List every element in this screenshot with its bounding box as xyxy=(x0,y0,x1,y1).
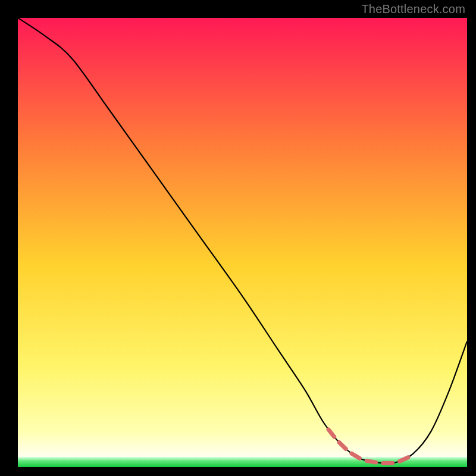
bottleneck-curve xyxy=(18,18,467,467)
optimal-zone-dash xyxy=(367,461,375,462)
attribution-text: TheBottleneck.com xyxy=(361,2,465,16)
optimal-zone-dash xyxy=(328,430,334,437)
plot-area xyxy=(18,18,467,467)
optimal-zone-dash xyxy=(339,443,346,449)
optimal-zone-dash xyxy=(400,458,408,462)
optimal-zone-dash xyxy=(352,453,359,458)
